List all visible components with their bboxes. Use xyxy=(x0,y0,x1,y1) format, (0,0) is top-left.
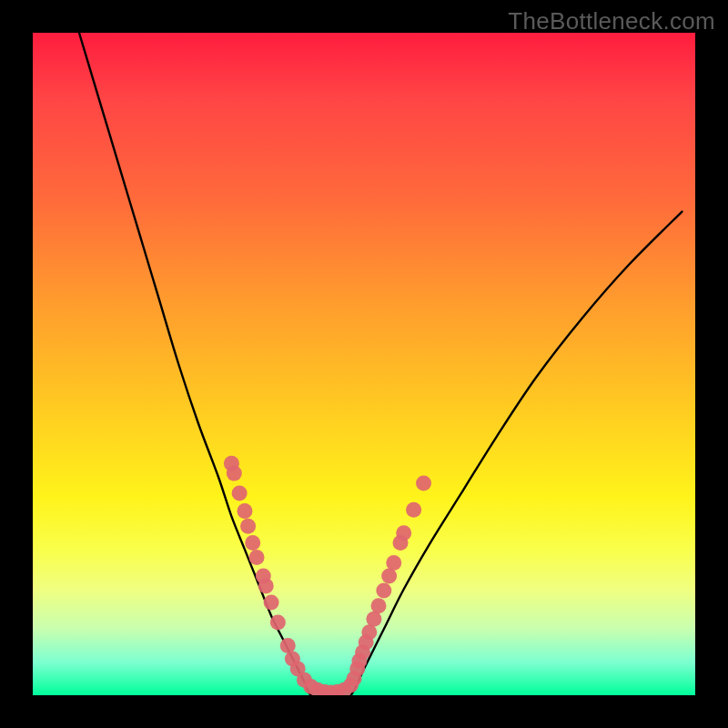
chart-svg xyxy=(33,33,695,695)
data-marker xyxy=(280,638,296,653)
watermark-text: TheBottleneck.com xyxy=(508,7,715,35)
data-marker xyxy=(258,578,274,593)
data-marker xyxy=(240,519,256,534)
data-marker xyxy=(416,476,431,491)
chart-frame: TheBottleneck.com xyxy=(0,0,728,728)
data-marker xyxy=(376,582,391,598)
data-marker xyxy=(227,466,242,481)
data-marker xyxy=(237,503,252,519)
chart-plot-area xyxy=(33,33,695,695)
data-marker xyxy=(361,624,377,640)
data-marker xyxy=(249,550,265,565)
data-marker xyxy=(245,535,260,551)
data-marker xyxy=(396,525,411,541)
data-marker xyxy=(381,568,397,583)
data-marker xyxy=(371,598,387,613)
data-marker xyxy=(386,555,401,571)
data-marker xyxy=(264,595,279,611)
data-marker xyxy=(232,485,248,500)
data-marker xyxy=(270,614,286,630)
data-marker xyxy=(366,612,381,627)
data-marker xyxy=(406,502,421,518)
